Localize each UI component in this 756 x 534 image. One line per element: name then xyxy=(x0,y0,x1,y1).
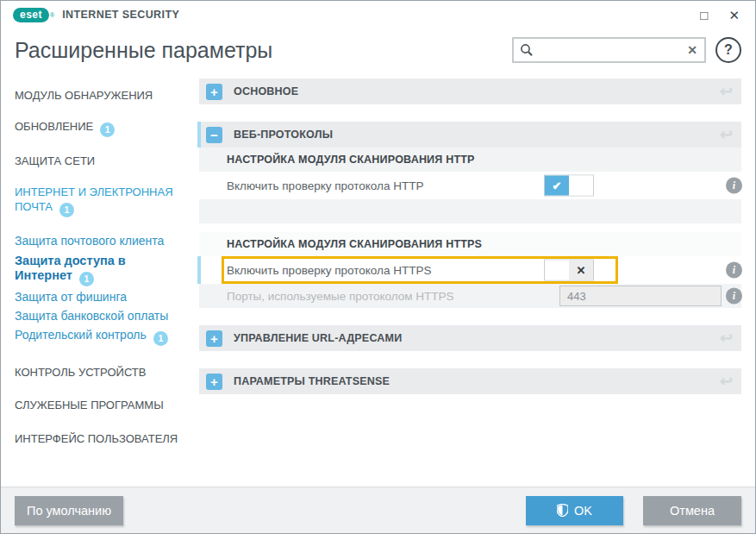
help-button[interactable]: ? xyxy=(715,37,741,63)
https-enable-row: Включить проверку протокола HTTPS ✕ i xyxy=(199,256,741,284)
sidebar-item-label: Защита от фишинга xyxy=(15,290,127,304)
search-clear-icon[interactable]: ✕ xyxy=(687,43,697,57)
section-label: ПАРАМЕТРЫ THREATSENSE xyxy=(234,375,390,387)
attention-badge: 1 xyxy=(153,331,168,346)
attention-badge: 1 xyxy=(59,203,74,217)
sidebar-item-device-control[interactable]: КОНТРОЛЬ УСТРОЙСТВ xyxy=(15,365,187,380)
page-header: Расширенные параметры ✕ ? xyxy=(1,28,755,79)
button-label: Отмена xyxy=(670,504,715,518)
revert-icon[interactable]: ↩ xyxy=(720,330,733,346)
expand-icon[interactable]: + xyxy=(206,84,222,100)
page-title: Расширенные параметры xyxy=(15,38,272,63)
sidebar-item-web-and-email[interactable]: ИНТЕРНЕТ И ЭЛЕКТРОННАЯ ПОЧТА1 xyxy=(15,185,183,217)
http-group-header: НАСТРОЙКА МОДУЛЯ СКАНИРОВАНИЯ HTTP xyxy=(199,148,741,172)
eset-logo: eset xyxy=(13,8,49,22)
revert-icon[interactable]: ↩ xyxy=(720,84,733,99)
spacer xyxy=(199,223,741,232)
eset-advanced-setup-window: eset® INTERNET SECURITY □ ✕ Расширенные … xyxy=(0,0,756,534)
sidebar-item-email-client-protection[interactable]: Защита почтового клиента xyxy=(15,234,187,248)
close-button[interactable]: ✕ xyxy=(728,9,740,22)
revert-icon[interactable]: ↩ xyxy=(720,127,733,142)
sidebar-item-web-access-protection[interactable]: Защита доступа в Интернет1 xyxy=(15,254,183,286)
window-controls: □ ✕ xyxy=(700,9,743,22)
attention-badge: 1 xyxy=(79,272,94,286)
http-enable-row: Включить проверку протокола HTTP ✔ i xyxy=(199,172,741,199)
section-label: ВЕБ-ПРОТОКОЛЫ xyxy=(234,129,333,141)
sidebar-item-label: Защита банковской оплаты xyxy=(15,309,168,323)
sidebar-item-label: ИНТЕРФЕЙС ПОЛЬЗОВАТЕЛЯ xyxy=(15,432,178,445)
sidebar-item-label: Защита доступа в Интернет xyxy=(15,254,126,282)
maximize-button[interactable]: □ xyxy=(700,9,708,22)
body: МОДУЛЬ ОБНАРУЖЕНИЯ ОБНОВЛЕНИЕ1 ЗАЩИТА СЕ… xyxy=(1,79,755,488)
setting-label: Включить проверку протокола HTTP xyxy=(227,179,423,192)
sidebar-item-detection-engine[interactable]: МОДУЛЬ ОБНАРУЖЕНИЯ xyxy=(15,88,187,103)
ok-button[interactable]: OK xyxy=(526,496,623,525)
revert-icon[interactable]: ↩ xyxy=(720,374,733,389)
button-label: OK xyxy=(574,504,592,518)
sidebar-item-parental-control[interactable]: Родительский контроль1 xyxy=(15,328,187,346)
section-label: ОСНОВНОЕ xyxy=(234,85,298,97)
sidebar-item-label: ЗАЩИТА СЕТИ xyxy=(15,154,95,167)
expand-icon[interactable]: + xyxy=(206,330,222,347)
section-threatsense[interactable]: + ПАРАМЕТРЫ THREATSENSE ↩ xyxy=(199,368,741,394)
product-name: INTERNET SECURITY xyxy=(62,9,179,21)
toggle-track xyxy=(569,176,593,196)
section-label: УПРАВЛЕНИЕ URL-АДРЕСАМИ xyxy=(234,332,402,344)
button-label: По умолчанию xyxy=(27,504,111,518)
http-toggle-on[interactable]: ✔ xyxy=(544,175,594,197)
spacer xyxy=(199,104,741,122)
https-ports-input[interactable] xyxy=(559,286,722,306)
sidebar-item-label: КОНТРОЛЬ УСТРОЙСТВ xyxy=(15,366,146,379)
titlebar: eset® INTERNET SECURITY □ ✕ xyxy=(1,1,755,28)
spacer-row xyxy=(199,199,741,223)
cross-icon: ✕ xyxy=(569,261,593,280)
sidebar-item-user-interface[interactable]: ИНТЕРФЕЙС ПОЛЬЗОВАТЕЛЯ xyxy=(15,431,187,446)
https-toggle-off[interactable]: ✕ xyxy=(544,260,594,281)
search-icon xyxy=(520,43,534,57)
https-ports-row: Порты, используемые протоколом HTTPS i xyxy=(199,284,741,308)
sidebar: МОДУЛЬ ОБНАРУЖЕНИЯ ОБНОВЛЕНИЕ1 ЗАЩИТА СЕ… xyxy=(1,79,199,488)
collapse-icon[interactable]: − xyxy=(206,127,222,143)
attention-badge: 1 xyxy=(100,123,115,137)
info-icon[interactable]: i xyxy=(726,288,742,305)
https-group-header: НАСТРОЙКА МОДУЛЯ СКАНИРОВАНИЯ HTTPS xyxy=(199,232,741,256)
sidebar-item-network-protection[interactable]: ЗАЩИТА СЕТИ xyxy=(15,154,187,168)
sidebar-item-label: СЛУЖЕБНЫЕ ПРОГРАММЫ xyxy=(15,399,164,411)
default-button[interactable]: По умолчанию xyxy=(15,496,123,525)
cancel-button[interactable]: Отмена xyxy=(643,496,741,525)
footer: По умолчанию OK Отмена xyxy=(1,487,755,533)
admin-shield-icon xyxy=(557,504,568,517)
spacer xyxy=(199,351,741,368)
setting-label: Порты, используемые протоколом HTTPS xyxy=(227,290,454,303)
eset-logo-text: eset xyxy=(20,9,42,21)
info-icon[interactable]: i xyxy=(726,178,742,194)
sidebar-item-update[interactable]: ОБНОВЛЕНИЕ1 xyxy=(15,119,187,137)
setting-label: Включить проверку протокола HTTPS xyxy=(227,264,431,277)
sidebar-item-tools[interactable]: СЛУЖЕБНЫЕ ПРОГРАММЫ xyxy=(15,398,187,412)
sidebar-item-label: МОДУЛЬ ОБНАРУЖЕНИЯ xyxy=(15,89,153,102)
sidebar-item-label: ОБНОВЛЕНИЕ xyxy=(15,120,93,133)
sidebar-item-label: ИНТЕРНЕТ И ЭЛЕКТРОННАЯ ПОЧТА xyxy=(15,185,173,213)
search-box[interactable]: ✕ xyxy=(512,37,706,63)
expand-icon[interactable]: + xyxy=(206,374,222,390)
registered-mark: ® xyxy=(50,12,54,18)
check-icon: ✔ xyxy=(545,176,569,196)
sidebar-item-label: Родительский контроль xyxy=(15,328,147,342)
sidebar-item-banking-payment-protection[interactable]: Защита банковской оплаты xyxy=(15,309,187,324)
sidebar-item-label: Защита почтового клиента xyxy=(15,234,164,248)
section-web-protocols[interactable]: − ВЕБ-ПРОТОКОЛЫ ↩ xyxy=(199,122,741,148)
sidebar-item-antiphishing[interactable]: Защита от фишинга xyxy=(15,290,187,305)
search-input[interactable] xyxy=(538,44,687,57)
section-basic[interactable]: + ОСНОВНОЕ ↩ xyxy=(199,79,741,104)
info-icon[interactable]: i xyxy=(726,262,742,279)
changed-setting-indicator xyxy=(197,256,201,284)
group-title: НАСТРОЙКА МОДУЛЯ СКАНИРОВАНИЯ HTTP xyxy=(227,154,475,166)
toggle-track xyxy=(545,261,569,280)
section-url-management[interactable]: + УПРАВЛЕНИЕ URL-АДРЕСАМИ ↩ xyxy=(199,325,741,351)
spacer xyxy=(199,308,741,325)
settings-panel: + ОСНОВНОЕ ↩ − ВЕБ-ПРОТОКОЛЫ ↩ НАСТРОЙКА… xyxy=(199,79,741,488)
active-section-indicator xyxy=(197,122,201,148)
group-title: НАСТРОЙКА МОДУЛЯ СКАНИРОВАНИЯ HTTPS xyxy=(227,238,482,250)
